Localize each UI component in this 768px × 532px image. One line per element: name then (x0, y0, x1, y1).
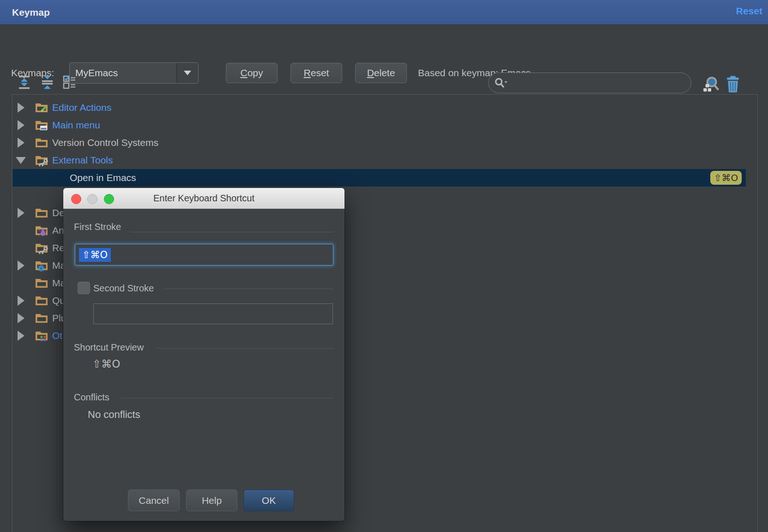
page-title: Keymap (12, 7, 50, 18)
tree-row-open-in-emacs[interactable]: Open in Emacs ⇧⌘O (12, 169, 746, 187)
expand-arrow-icon[interactable] (16, 99, 26, 116)
folder-pencil-icon (35, 102, 48, 114)
folder-dots-icon (35, 330, 48, 342)
section-separator (157, 348, 333, 349)
tree-row-version-control[interactable]: Version Control Systems (12, 134, 746, 151)
expand-arrow-icon[interactable] (16, 204, 26, 222)
tree-toolbar (0, 66, 768, 94)
tree-item-label[interactable]: Version Control Systems (52, 137, 158, 148)
folder-icon (35, 137, 48, 149)
section-separator (131, 232, 333, 232)
conflicts-value: No conflicts (88, 409, 140, 421)
tree-item-label[interactable]: Main menu (52, 120, 100, 131)
first-stroke-label: First Stroke (74, 222, 121, 232)
tree-item-label[interactable]: Ot (52, 330, 62, 341)
tree-item-label[interactable]: An (52, 225, 64, 236)
collapse-arrow-icon[interactable] (16, 151, 26, 169)
collapse-all-icon[interactable] (40, 75, 55, 90)
enter-keyboard-shortcut-dialog: Enter Keyboard Shortcut First Stroke ⇧⌘O… (63, 188, 345, 521)
first-stroke-input[interactable]: ⇧⌘O (75, 244, 333, 266)
folder-wrench-icon (35, 154, 48, 166)
tree-item-label[interactable]: De (52, 207, 65, 218)
expand-arrow-icon[interactable] (16, 257, 26, 274)
section-separator (121, 398, 333, 399)
expand-arrow-icon[interactable] (16, 292, 26, 309)
expand-arrow-icon[interactable] (16, 134, 26, 151)
folder-menu-icon (35, 119, 48, 131)
expand-arrow-icon[interactable] (16, 327, 26, 345)
second-stroke-label: Second Stroke (93, 283, 154, 294)
tree-item-label[interactable]: Open in Emacs (70, 172, 136, 183)
folder-icon (35, 277, 48, 289)
help-button[interactable]: Help (186, 490, 237, 511)
second-stroke-input[interactable] (93, 303, 333, 324)
folder-gear-icon (35, 260, 48, 272)
clear-shortcuts-trash-icon[interactable] (725, 75, 741, 92)
first-stroke-value: ⇧⌘O (79, 248, 111, 262)
folder-icon (35, 207, 48, 219)
folder-ant-icon (35, 224, 48, 236)
dialog-titlebar[interactable]: Enter Keyboard Shortcut (63, 188, 345, 209)
shortcut-badge: ⇧⌘O (710, 171, 742, 185)
tree-row-main-menu[interactable]: Main menu (12, 116, 746, 134)
dialog-title: Enter Keyboard Shortcut (153, 193, 254, 204)
tree-row-editor-actions[interactable]: Editor Actions (12, 99, 746, 116)
minimize-window-icon[interactable] (87, 194, 97, 204)
search-field[interactable] (488, 73, 691, 93)
keymap-controls-row: Keymaps: MyEmacs Copy Reset Delete Based… (0, 25, 768, 66)
ok-button[interactable]: OK (243, 490, 294, 511)
tree-item-label[interactable]: External Tools (52, 155, 113, 166)
folder-icon (35, 312, 48, 324)
find-actions-by-shortcut-icon[interactable] (702, 76, 720, 92)
folder-icon (35, 295, 48, 307)
shortcut-preview-label: Shortcut Preview (74, 342, 144, 353)
close-window-icon[interactable] (71, 194, 81, 204)
conflicts-label: Conflicts (74, 392, 109, 403)
reset-all-link[interactable]: Reset (736, 6, 762, 17)
folder-wrench-icon (35, 242, 48, 254)
expand-arrow-icon[interactable] (16, 116, 26, 134)
section-separator (164, 289, 333, 289)
second-stroke-checkbox[interactable] (78, 282, 90, 294)
cancel-button[interactable]: Cancel (128, 490, 180, 511)
zoom-window-icon[interactable] (104, 194, 114, 204)
tree-item-label[interactable]: Editor Actions (52, 102, 111, 113)
tree-item-label[interactable]: Re (52, 242, 65, 254)
settings-titlebar: Keymap Reset (0, 0, 768, 25)
search-icon[interactable] (494, 77, 508, 89)
search-input[interactable] (511, 78, 691, 89)
tree-row-external-tools[interactable]: External Tools (12, 151, 746, 169)
shortcut-preview-value: ⇧⌘O (92, 358, 120, 370)
expand-all-icon[interactable] (17, 75, 32, 90)
expand-arrow-icon[interactable] (16, 309, 26, 327)
edit-quick-lists-icon[interactable] (62, 75, 78, 90)
